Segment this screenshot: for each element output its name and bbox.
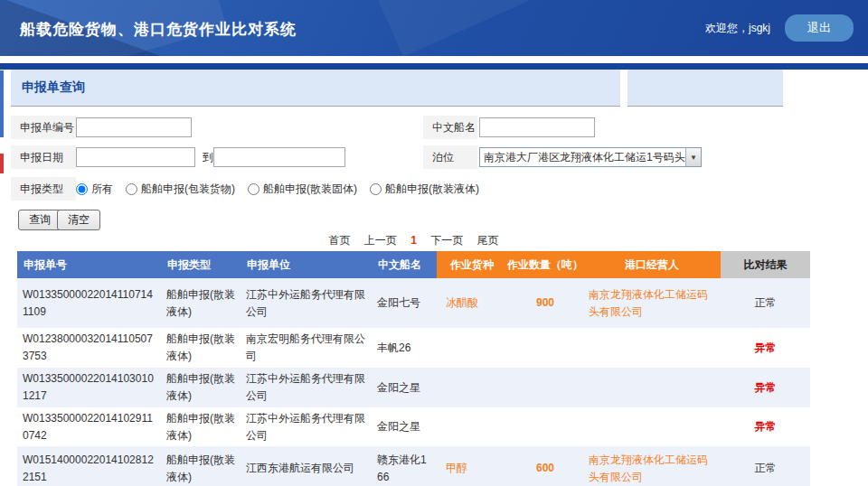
cell-port-operator: 南京龙翔液体化工储运码头有限公司 [583, 446, 721, 486]
cell-port-operator [583, 407, 721, 446]
radio-bulk-liquid[interactable]: 船舶申报(散装液体) [370, 182, 479, 197]
radio-bulk-liquid-label: 船舶申报(散装液体) [385, 182, 479, 197]
cell-compare-result: 正常 [721, 278, 810, 328]
page-next-link[interactable]: 下一页 [430, 234, 463, 247]
cell-decl-unit: 江西东港航运有限公司 [241, 446, 372, 486]
welcome-text: 欢迎您，jsgkj [705, 21, 770, 36]
cell-decl-type: 船舶申报(散装液体) [161, 368, 241, 407]
cell-port-operator: 南京龙翔液体化工储运码头有限公司 [583, 278, 721, 328]
clear-button[interactable]: 清空 [57, 210, 100, 230]
table-row: W013350000220141030101217船舶申报(散装液体)江苏中外运… [17, 368, 810, 407]
col-header-decl-no: 申报单号 [17, 251, 161, 278]
radio-all-label: 所有 [91, 182, 113, 197]
cell-compare-result: 异常 [721, 407, 810, 446]
cell-ship-name: 赣东港化166 [372, 446, 437, 486]
radio-packaged-goods-label: 船舶申报(包装货物) [141, 182, 235, 197]
decl-type-label: 申报类型 [11, 177, 76, 201]
cell-port-operator [583, 368, 721, 407]
radio-bulk-liquid-input[interactable] [370, 183, 382, 195]
cell-decl-type: 船舶申报(散装液体) [161, 278, 241, 328]
cell-decl-unit: 江苏中外运船务代理有限公司 [241, 278, 372, 328]
cell-ship-name: 金阳之星 [372, 407, 437, 446]
decl-no-input[interactable] [76, 117, 192, 137]
cell-cargo-type: 冰醋酸 [437, 278, 507, 328]
page-last-link[interactable]: 尾页 [477, 234, 499, 247]
cell-compare-result: 异常 [721, 368, 810, 407]
radio-bulk-solid-label: 船舶申报(散装固体) [263, 182, 357, 197]
decl-date-label: 申报日期 [11, 145, 76, 169]
radio-bulk-solid[interactable]: 船舶申报(散装固体) [248, 182, 357, 197]
tab-bar: 申报单查询 [0, 70, 868, 107]
tab-title: 申报单查询 [22, 79, 85, 96]
cell-decl-type: 船舶申报(散装液体) [161, 328, 241, 368]
results-body: W013350000220141107141109船舶申报(散装液体)江苏中外运… [17, 278, 810, 486]
cell-decl-no: W012380000320141105073753 [17, 328, 161, 368]
query-button[interactable]: 查询 [18, 210, 61, 230]
cell-cargo-type [437, 368, 507, 407]
col-header-ship-name: 中文船名 [372, 251, 437, 278]
cell-decl-no: W015140000220141028122151 [17, 446, 161, 486]
cell-cargo-qty [507, 368, 583, 407]
dropdown-arrow-icon: ▼ [685, 148, 701, 166]
pagination: 首页 上一页 1 下一页 尾页 [17, 233, 810, 248]
col-header-port-operator: 港口经营人 [583, 251, 721, 278]
table-row: W015140000220141028122151船舶申报(散装液体)江西东港航… [17, 446, 810, 486]
cell-decl-type: 船舶申报(散装液体) [161, 446, 241, 486]
berth-label: 泊位 [423, 145, 477, 169]
app-title: 船载危险货物、港口危货作业比对系统 [20, 19, 297, 40]
cell-cargo-qty: 600 [507, 446, 583, 486]
cell-decl-unit: 江苏中外运船务代理有限公司 [241, 368, 372, 407]
cell-cargo-qty [507, 328, 583, 368]
cell-cargo-qty [507, 407, 583, 446]
results-table: 申报单号 申报类型 申报单位 中文船名 作业货种 作业数量（吨） 港口经营人 比… [17, 251, 810, 486]
page-prev-link[interactable]: 上一页 [364, 234, 397, 247]
cell-cargo-qty: 900 [507, 278, 583, 328]
left-edge-red-strip [0, 154, 4, 173]
decl-no-label: 申报单编号 [11, 116, 76, 139]
cell-cargo-type: 甲醇 [437, 446, 507, 486]
table-row: W013350000220141107141109船舶申报(散装液体)江苏中外运… [17, 278, 810, 328]
radio-packaged-goods[interactable]: 船舶申报(包装货物) [126, 182, 235, 197]
berth-select[interactable]: 南京港大厂港区龙翔液体化工储运1号码头 ▼ [479, 147, 702, 167]
cell-compare-result: 异常 [721, 328, 810, 368]
table-row: W012380000320141105073753船舶申报(散装液体)南京宏明船… [17, 328, 810, 368]
cell-cargo-type [437, 407, 507, 446]
col-header-decl-type: 申报类型 [161, 251, 241, 278]
cell-decl-no: W013350000220141029110742 [17, 407, 161, 446]
left-edge-blue-strip [0, 70, 4, 137]
tab-bar-spacer [627, 70, 783, 107]
cell-compare-result: 正常 [721, 446, 810, 486]
tab-declaration-query[interactable]: 申报单查询 [11, 70, 620, 107]
col-header-decl-unit: 申报单位 [241, 251, 372, 278]
page-first-link[interactable]: 首页 [328, 234, 350, 247]
banner-deco-shape [370, 0, 552, 56]
col-header-cargo-qty: 作业数量（吨） [507, 251, 583, 278]
cell-ship-name: 金阳七号 [372, 278, 437, 328]
table-row: W013350000220141029110742船舶申报(散装液体)江苏中外运… [17, 407, 810, 446]
header-user-area: 欢迎您，jsgkj 退出 [705, 0, 854, 56]
page-current: 1 [410, 234, 417, 247]
table-header-row: 申报单号 申报类型 申报单位 中文船名 作业货种 作业数量（吨） 港口经营人 比… [17, 251, 810, 278]
cell-decl-unit: 江苏中外运船务代理有限公司 [241, 407, 372, 446]
logout-button[interactable]: 退出 [785, 14, 854, 42]
radio-packaged-goods-input[interactable] [126, 183, 137, 195]
radio-all-input[interactable] [76, 183, 88, 195]
ship-name-label: 中文船名 [423, 116, 477, 139]
cell-ship-name: 丰帆26 [372, 328, 437, 368]
ship-name-input[interactable] [479, 117, 595, 137]
date-to-input[interactable] [213, 147, 345, 167]
radio-all[interactable]: 所有 [76, 182, 113, 197]
radio-bulk-solid-input[interactable] [248, 183, 259, 195]
cell-ship-name: 金阳之星 [372, 368, 437, 407]
date-from-input[interactable] [76, 147, 195, 167]
cell-port-operator [583, 328, 721, 368]
date-to-separator: 到 [203, 147, 213, 167]
cell-decl-unit: 南京宏明船务代理有限公司 [241, 328, 372, 368]
decl-type-radio-group: 所有 船舶申报(包装货物) 船舶申报(散装固体) 船舶申报(散装液体) [76, 177, 492, 201]
cell-decl-type: 船舶申报(散装液体) [161, 407, 241, 446]
cell-decl-no: W013350000220141030101217 [17, 368, 161, 407]
app-header: 船载危险货物、港口危货作业比对系统 欢迎您，jsgkj 退出 [0, 0, 868, 56]
col-header-cargo-type: 作业货种 [437, 251, 507, 278]
cell-cargo-type [437, 328, 507, 368]
page: 船载危险货物、港口危货作业比对系统 欢迎您，jsgkj 退出 申报单查询 申报单… [0, 0, 868, 486]
